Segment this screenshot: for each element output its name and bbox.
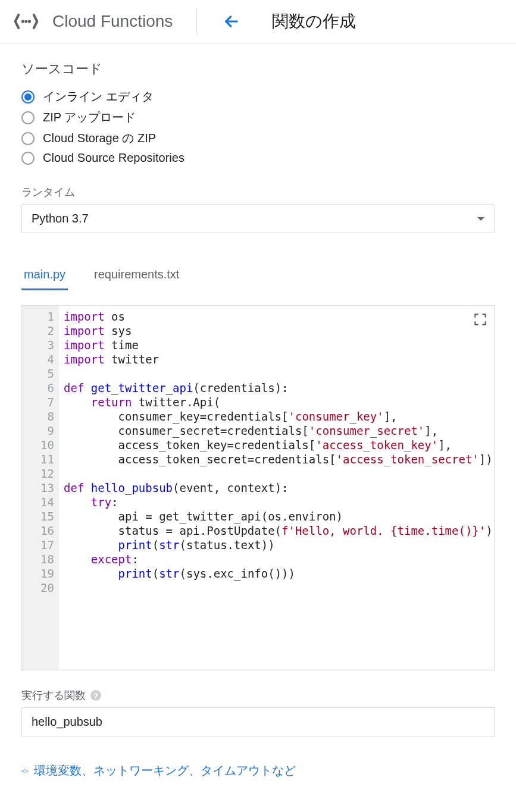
page-title: 関数の作成 — [272, 10, 356, 33]
source-code-radio-group: インライン エディタ ZIP アップロード Cloud Storage の ZI… — [21, 86, 495, 167]
exec-function-label-text: 実行する関数 — [21, 688, 86, 703]
file-tabs: main.py requirements.txt — [21, 263, 495, 291]
exec-function-input[interactable] — [21, 707, 495, 736]
line-gutter: 1234567891011121314151617181920 — [22, 306, 59, 670]
cloud-functions-logo-icon — [12, 7, 40, 36]
runtime-label: ランタイム — [21, 185, 495, 199]
help-icon[interactable]: ? — [90, 690, 101, 701]
code-editor[interactable]: 1234567891011121314151617181920 import o… — [21, 305, 495, 670]
radio-label: Cloud Source Repositories — [43, 151, 184, 165]
chevron-expand-icon: ︿﹀ — [21, 767, 28, 775]
tab-requirements-txt[interactable]: requirements.txt — [92, 263, 182, 290]
content: ソースコード インライン エディタ ZIP アップロード Cloud Stora… — [0, 43, 516, 791]
radio-label: Cloud Storage の ZIP — [43, 130, 156, 146]
divider — [196, 8, 197, 35]
runtime-select[interactable]: Python 3.7 — [21, 204, 495, 233]
radio-label: インライン エディタ — [43, 89, 154, 105]
exec-function-label: 実行する関数 ? — [21, 688, 495, 703]
radio-label: ZIP アップロード — [43, 109, 136, 126]
runtime-value: Python 3.7 — [32, 212, 89, 225]
radio-inline-editor[interactable]: インライン エディタ — [21, 86, 495, 107]
back-arrow-button[interactable] — [221, 11, 242, 32]
svg-point-0 — [21, 20, 24, 23]
fullscreen-icon[interactable] — [473, 312, 488, 327]
radio-icon — [21, 132, 35, 145]
code-area[interactable]: import osimport sysimport timeimport twi… — [59, 306, 494, 670]
product-title: Cloud Functions — [52, 12, 173, 31]
svg-point-2 — [28, 20, 31, 23]
radio-icon — [21, 90, 35, 104]
source-code-label: ソースコード — [21, 60, 495, 78]
radio-cloud-storage-zip[interactable]: Cloud Storage の ZIP — [21, 128, 495, 149]
header: Cloud Functions 関数の作成 — [0, 0, 516, 43]
expand-advanced-link[interactable]: ︿﹀ 環境変数、ネットワーキング、タイムアウトなど — [21, 763, 495, 779]
svg-point-1 — [24, 20, 27, 23]
expand-link-text: 環境変数、ネットワーキング、タイムアウトなど — [34, 763, 296, 779]
radio-zip-upload[interactable]: ZIP アップロード — [21, 107, 495, 128]
radio-icon — [21, 111, 35, 124]
radio-icon — [21, 152, 35, 165]
radio-cloud-source-repositories[interactable]: Cloud Source Repositories — [21, 149, 495, 167]
tab-main-py[interactable]: main.py — [21, 263, 68, 290]
chevron-down-icon — [477, 217, 484, 221]
